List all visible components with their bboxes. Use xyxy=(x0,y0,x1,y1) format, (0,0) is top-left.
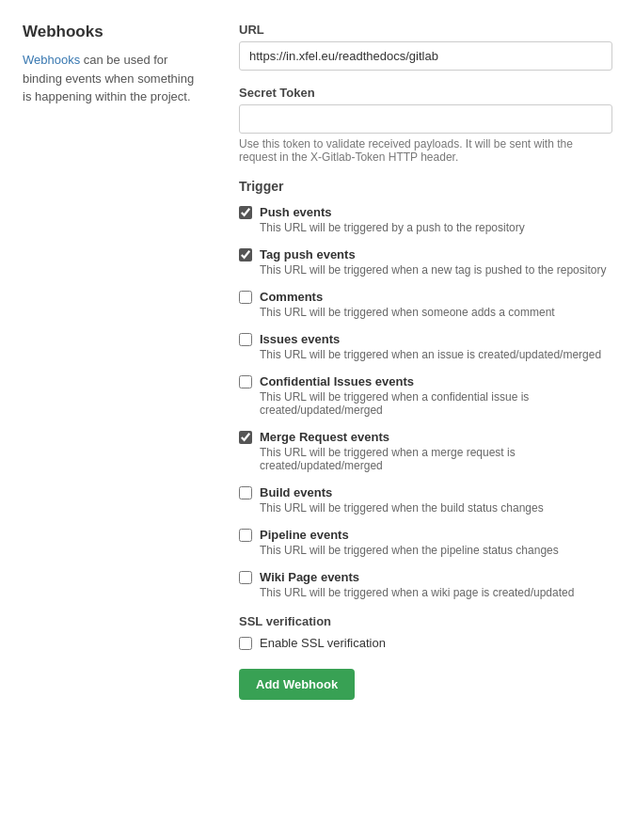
trigger-label-text-issues_events[interactable]: Issues events xyxy=(260,332,340,346)
url-input[interactable] xyxy=(239,41,612,71)
trigger-item-merge_request_events: Merge Request eventsThis URL will be tri… xyxy=(239,430,612,472)
trigger-desc-merge_request_events: This URL will be triggered when a merge … xyxy=(260,446,612,472)
secret-token-field-group: Secret Token Use this token to validate … xyxy=(239,86,612,164)
webhooks-link[interactable]: Webhooks xyxy=(23,53,80,67)
trigger-label-row-confidential_issues_events: Confidential Issues events xyxy=(239,374,612,388)
trigger-label-text-tag_push_events[interactable]: Tag push events xyxy=(260,247,356,262)
add-webhook-button[interactable]: Add Webhook xyxy=(239,669,355,700)
trigger-label-text-wiki_page_events[interactable]: Wiki Page events xyxy=(260,570,359,584)
sidebar-description: Webhooks can be used for binding events … xyxy=(23,51,201,106)
trigger-desc-tag_push_events: This URL will be triggered when a new ta… xyxy=(260,263,612,277)
secret-token-hint: Use this token to validate received payl… xyxy=(239,137,612,164)
trigger-desc-comments: This URL will be triggered when someone … xyxy=(260,306,612,319)
sidebar: Webhooks Webhooks can be used for bindin… xyxy=(23,23,201,700)
trigger-desc-pipeline_events: This URL will be triggered when the pipe… xyxy=(260,544,612,557)
trigger-checkbox-pipeline_events[interactable] xyxy=(239,529,252,542)
trigger-item-pipeline_events: Pipeline eventsThis URL will be triggere… xyxy=(239,528,612,557)
trigger-label-text-comments[interactable]: Comments xyxy=(260,290,323,304)
ssl-label[interactable]: Enable SSL verification xyxy=(260,636,386,650)
trigger-label-row-merge_request_events: Merge Request events xyxy=(239,430,612,444)
trigger-label-row-wiki_page_events: Wiki Page events xyxy=(239,570,612,584)
trigger-checkbox-tag_push_events[interactable] xyxy=(239,248,252,262)
trigger-label-row-build_events: Build events xyxy=(239,485,612,499)
trigger-checkbox-issues_events[interactable] xyxy=(239,333,252,346)
trigger-desc-wiki_page_events: This URL will be triggered when a wiki p… xyxy=(260,586,612,599)
page-title: Webhooks xyxy=(23,23,201,41)
secret-token-input[interactable] xyxy=(239,104,612,134)
url-field-group: URL xyxy=(239,23,612,71)
trigger-item-confidential_issues_events: Confidential Issues eventsThis URL will … xyxy=(239,374,612,417)
trigger-desc-issues_events: This URL will be triggered when an issue… xyxy=(260,348,612,361)
trigger-label-text-build_events[interactable]: Build events xyxy=(260,485,332,499)
trigger-label-row-push_events: Push events xyxy=(239,205,612,219)
url-label: URL xyxy=(239,23,612,37)
trigger-desc-push_events: This URL will be triggered by a push to … xyxy=(260,221,612,234)
trigger-label-row-comments: Comments xyxy=(239,290,612,304)
trigger-item-wiki_page_events: Wiki Page eventsThis URL will be trigger… xyxy=(239,570,612,599)
triggers-list: Push eventsThis URL will be triggered by… xyxy=(239,205,612,599)
ssl-row: Enable SSL verification xyxy=(239,636,612,650)
trigger-label-text-confidential_issues_events[interactable]: Confidential Issues events xyxy=(260,374,414,388)
secret-token-label: Secret Token xyxy=(239,86,612,100)
trigger-item-comments: CommentsThis URL will be triggered when … xyxy=(239,290,612,319)
ssl-section-title: SSL verification xyxy=(239,614,612,628)
trigger-checkbox-comments[interactable] xyxy=(239,291,252,304)
trigger-checkbox-wiki_page_events[interactable] xyxy=(239,571,252,584)
trigger-checkbox-merge_request_events[interactable] xyxy=(239,431,252,444)
ssl-section: SSL verification Enable SSL verification xyxy=(239,614,612,650)
trigger-desc-build_events: This URL will be triggered when the buil… xyxy=(260,501,612,515)
trigger-label-text-push_events[interactable]: Push events xyxy=(260,205,332,219)
trigger-item-push_events: Push eventsThis URL will be triggered by… xyxy=(239,205,612,234)
trigger-label-row-tag_push_events: Tag push events xyxy=(239,247,612,262)
trigger-item-tag_push_events: Tag push eventsThis URL will be triggere… xyxy=(239,247,612,277)
trigger-item-build_events: Build eventsThis URL will be triggered w… xyxy=(239,485,612,515)
trigger-item-issues_events: Issues eventsThis URL will be triggered … xyxy=(239,332,612,361)
trigger-checkbox-build_events[interactable] xyxy=(239,486,252,499)
webhook-form: URL Secret Token Use this token to valid… xyxy=(239,23,612,700)
trigger-section-title: Trigger xyxy=(239,179,612,194)
ssl-checkbox[interactable] xyxy=(239,637,252,650)
trigger-label-row-issues_events: Issues events xyxy=(239,332,612,346)
trigger-checkbox-push_events[interactable] xyxy=(239,206,252,219)
trigger-label-text-merge_request_events[interactable]: Merge Request events xyxy=(260,430,389,444)
trigger-label-text-pipeline_events[interactable]: Pipeline events xyxy=(260,528,349,542)
trigger-checkbox-confidential_issues_events[interactable] xyxy=(239,375,252,388)
trigger-desc-confidential_issues_events: This URL will be triggered when a confid… xyxy=(260,390,612,417)
trigger-label-row-pipeline_events: Pipeline events xyxy=(239,528,612,542)
